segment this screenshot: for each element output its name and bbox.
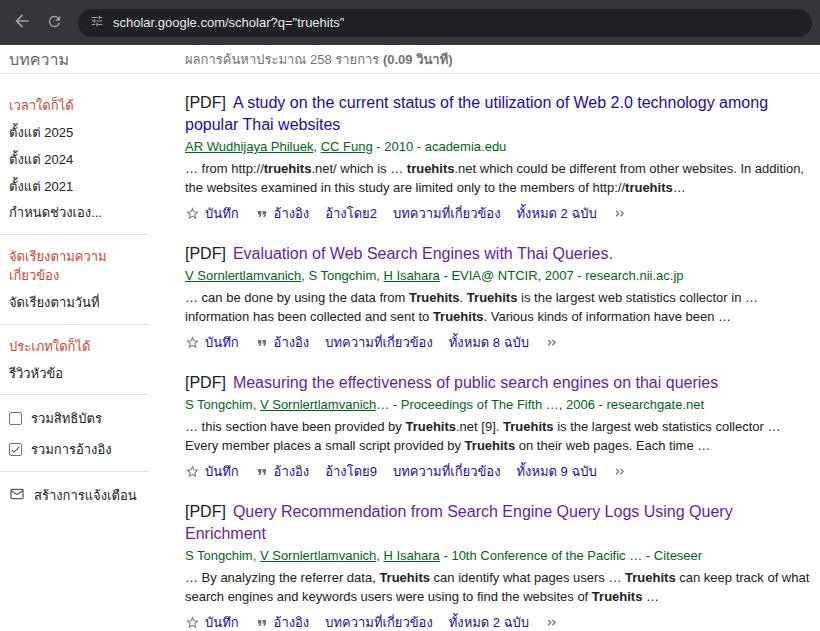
more-actions-icon[interactable] xyxy=(545,615,560,630)
cite-button[interactable]: อ้างอิง xyxy=(255,461,310,482)
filter-since-2025[interactable]: ตั้งแต่ 2025 xyxy=(9,124,139,143)
url-text: scholar.google.com/scholar?q="truehits" xyxy=(113,15,344,30)
back-arrow-icon xyxy=(12,11,32,34)
all-versions-link[interactable]: ทั้งหมด 2 ฉบับ xyxy=(516,203,596,224)
result-byline[interactable]: AR Wudhijaya Philuek, CC Fung - 2010 - a… xyxy=(185,138,817,157)
more-actions-icon[interactable] xyxy=(613,206,628,221)
cited-by-link[interactable]: อ้างโดย9 xyxy=(325,461,377,482)
result-actions: บันทึก อ้างอิง อ้างโดย9 บทความที่เกี่ยวข… xyxy=(185,462,817,482)
page-header: บทความ ผลการค้นหาประมาณ 258 รายการ (0.09… xyxy=(0,45,820,74)
result-actions: บันทึก อ้างอิง บทความที่เกี่ยวข้อง ทั้งห… xyxy=(185,333,817,353)
all-versions-link[interactable]: ทั้งหมด 2 ฉบับ xyxy=(449,612,529,631)
star-icon xyxy=(185,206,200,221)
all-versions-link[interactable]: ทั้งหมด 8 ฉบับ xyxy=(449,332,529,353)
include-citations-label: รวมการอ้างอิง xyxy=(31,439,112,460)
divider xyxy=(0,394,149,395)
filter-any-type[interactable]: ประเภทใดก็ได้ xyxy=(9,338,139,357)
save-label: บันทึก xyxy=(205,612,239,631)
result-title: [PDF]Query Recommendation from Search En… xyxy=(185,501,817,544)
include-patents-checkbox[interactable]: รวมสิทธิบัตร xyxy=(9,408,163,429)
search-result-2: [PDF]Evaluation of Web Search Engines wi… xyxy=(185,243,817,353)
divider xyxy=(0,471,149,472)
save-label: บันทึก xyxy=(205,203,239,224)
all-versions-link[interactable]: ทั้งหมด 9 ฉบับ xyxy=(516,461,596,482)
pdf-tag: [PDF] xyxy=(185,374,226,391)
site-settings-icon[interactable] xyxy=(90,14,104,32)
result-title-link[interactable]: Measuring the effectiveness of public se… xyxy=(233,374,718,391)
result-title-link[interactable]: A study on the current status of the uti… xyxy=(185,94,768,133)
save-button[interactable]: บันทึก xyxy=(185,612,239,631)
url-bar[interactable]: scholar.google.com/scholar?q="truehits" xyxy=(78,9,812,37)
save-button[interactable]: บันทึก xyxy=(185,332,239,353)
save-label: บันทึก xyxy=(205,332,239,353)
result-title-link[interactable]: Query Recommendation from Search Engine … xyxy=(185,503,733,542)
cite-button[interactable]: อ้างอิง xyxy=(255,612,310,631)
create-alert-button[interactable]: สร้างการแจ้งเตือน xyxy=(9,485,163,506)
result-snippet: … By analyzing the referrer data, Truehi… xyxy=(185,569,817,607)
result-byline[interactable]: V Sornlertlamvanich, S Tongchim, H Isaha… xyxy=(185,267,817,286)
quote-icon xyxy=(255,336,269,350)
sort-by-date[interactable]: จัดเรียงตามวันที่ xyxy=(9,294,139,313)
create-alert-label: สร้างการแจ้งเตือน xyxy=(34,485,137,506)
results-count: ผลการค้นหาประมาณ 258 รายการ xyxy=(185,52,379,67)
search-results: [PDF]A study on the current status of th… xyxy=(177,74,817,631)
pdf-tag: [PDF] xyxy=(185,94,226,111)
filter-review-articles[interactable]: รีวิวหัวข้อ xyxy=(9,365,139,384)
filter-any-time[interactable]: เวลาใดก็ได้ xyxy=(9,97,139,116)
result-snippet: … from http://truehits.net/ which is … t… xyxy=(185,160,817,198)
star-icon xyxy=(185,464,200,479)
quote-icon xyxy=(255,207,269,221)
browser-window: scholar.google.com/scholar?q="truehits" … xyxy=(0,0,820,631)
browser-toolbar: scholar.google.com/scholar?q="truehits" xyxy=(0,0,820,45)
sidebar-title: บทความ xyxy=(0,47,177,72)
search-result-3: [PDF]Measuring the effectiveness of publ… xyxy=(185,372,817,482)
quote-icon xyxy=(255,616,269,630)
related-articles-link[interactable]: บทความที่เกี่ยวข้อง xyxy=(393,203,501,224)
cite-label: อ้างอิง xyxy=(274,612,310,631)
sort-by-relevance[interactable]: จัดเรียงตามความ​เกี่ยวข้อง xyxy=(9,248,139,286)
divider xyxy=(0,234,149,235)
include-citations-checkbox[interactable]: รวมการอ้างอิง xyxy=(9,439,163,460)
cite-button[interactable]: อ้างอิง xyxy=(255,332,310,353)
result-title: [PDF]Evaluation of Web Search Engines wi… xyxy=(185,243,817,265)
include-patents-label: รวมสิทธิบัตร xyxy=(31,408,102,429)
result-snippet: … this section have been provided by Tru… xyxy=(185,418,817,456)
pdf-tag: [PDF] xyxy=(185,503,226,520)
filter-custom-range[interactable]: กำหนดช่วงเอง... xyxy=(9,204,139,223)
pdf-tag: [PDF] xyxy=(185,245,226,262)
save-button[interactable]: บันทึก xyxy=(185,203,239,224)
result-byline[interactable]: S Tongchim, V Sornlertlamvanich, H Isaha… xyxy=(185,547,817,566)
related-articles-link[interactable]: บทความที่เกี่ยวข้อง xyxy=(325,612,433,631)
cite-label: อ้างอิง xyxy=(274,332,310,353)
cite-label: อ้างอิง xyxy=(274,461,310,482)
filters-sidebar: เวลาใดก็ได้ ตั้งแต่ 2025 ตั้งแต่ 2024 ตั… xyxy=(0,74,177,506)
quote-icon xyxy=(255,465,269,479)
filter-since-2024[interactable]: ตั้งแต่ 2024 xyxy=(9,151,139,170)
checkbox-unchecked-icon xyxy=(9,412,22,425)
star-icon xyxy=(185,335,200,350)
result-title: [PDF]Measuring the effectiveness of publ… xyxy=(185,372,817,394)
reload-icon xyxy=(46,13,63,33)
result-title-link[interactable]: Evaluation of Web Search Engines with Th… xyxy=(233,245,613,262)
save-label: บันทึก xyxy=(205,461,239,482)
cited-by-link[interactable]: อ้างโดย2 xyxy=(325,203,377,224)
result-actions: บันทึก อ้างอิง บทความที่เกี่ยวข้อง ทั้งห… xyxy=(185,613,817,631)
result-byline[interactable]: S Tongchim, V Sornlertlamvanich… - Proce… xyxy=(185,396,817,415)
divider xyxy=(0,324,149,325)
results-summary: ผลการค้นหาประมาณ 258 รายการ (0.09 วินาที… xyxy=(177,49,453,70)
save-button[interactable]: บันทึก xyxy=(185,461,239,482)
star-icon xyxy=(185,615,200,630)
related-articles-link[interactable]: บทความที่เกี่ยวข้อง xyxy=(393,461,501,482)
cite-label: อ้างอิง xyxy=(274,203,310,224)
search-result-1: [PDF]A study on the current status of th… xyxy=(185,92,817,224)
back-button[interactable] xyxy=(6,7,38,39)
result-snippet: … can be done by using the data from Tru… xyxy=(185,289,817,327)
reload-button[interactable] xyxy=(38,7,70,39)
related-articles-link[interactable]: บทความที่เกี่ยวข้อง xyxy=(325,332,433,353)
search-result-4: [PDF]Query Recommendation from Search En… xyxy=(185,501,817,631)
cite-button[interactable]: อ้างอิง xyxy=(255,203,310,224)
filter-since-2021[interactable]: ตั้งแต่ 2021 xyxy=(9,178,139,197)
more-actions-icon[interactable] xyxy=(545,335,560,350)
results-time: (0.09 วินาที) xyxy=(383,52,453,67)
more-actions-icon[interactable] xyxy=(613,464,628,479)
